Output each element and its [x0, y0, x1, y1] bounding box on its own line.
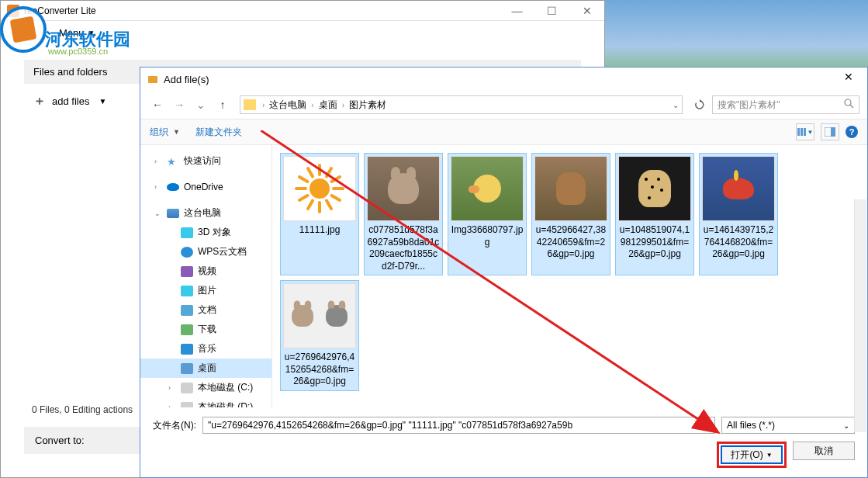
svg-line-17 [332, 177, 340, 182]
sidebar-item[interactable]: 下载 [140, 320, 271, 339]
thumbnail [534, 156, 607, 221]
thumbnail [451, 156, 524, 221]
sidebar-item[interactable]: 文档 [140, 300, 271, 320]
ic-music-icon [181, 344, 193, 355]
recent-dropdown[interactable]: ⌄ [192, 95, 210, 114]
ic-cloud-icon [167, 183, 179, 191]
svg-line-2 [850, 105, 853, 108]
dialog-close-button[interactable]: ✕ [833, 71, 864, 88]
svg-line-8 [327, 201, 331, 209]
sidebar-item[interactable]: 音乐 [140, 339, 271, 358]
svg-line-7 [332, 196, 340, 200]
sidebar-item[interactable]: ⌄这台电脑 [140, 203, 271, 223]
file-name: c077851d578f3a6927a59b8da01c209caecfb185… [367, 224, 440, 272]
file-name: Img336680797.jpg [451, 224, 524, 248]
add-files-label: add files [52, 95, 89, 107]
file-item[interactable]: u=452966427,3842240659&fm=26&gp=0.jpg [531, 153, 610, 275]
file-item[interactable]: Img336680797.jpg [448, 153, 527, 275]
sidebar-item[interactable]: WPS云文档 [140, 242, 271, 262]
search-input[interactable]: 搜索"图片素材" [712, 95, 859, 114]
file-item[interactable]: u=2769642976,4152654268&fm=26&gp=0.jpg [280, 280, 359, 391]
file-name: u=1048519074,1981299501&fm=26&gp=0.jpg [618, 224, 691, 261]
nav-bar: ← → ⌄ ↑ › 这台电脑› 桌面› 图片素材 ⌄ 搜索"图片素材" [140, 91, 867, 119]
breadcrumb[interactable]: › 这台电脑› 桌面› 图片素材 ⌄ [240, 95, 683, 114]
svg-rect-4 [831, 127, 835, 137]
organize-menu[interactable]: 组织 [150, 126, 168, 139]
dialog-titlebar: Add file(s) ✕ [140, 68, 867, 91]
svg-line-11 [299, 196, 307, 200]
svg-line-16 [327, 168, 331, 176]
ic-pc-icon [167, 209, 179, 218]
ic-desk-icon [181, 363, 193, 374]
thumbnail [283, 283, 356, 348]
titlebar: reaConverter Lite — ☐ ✕ [1, 1, 604, 21]
file-name: u=1461439715,2764146820&fm=26&gp=0.jpg [702, 224, 775, 261]
svg-point-5 [310, 178, 330, 199]
maximize-button[interactable]: ☐ [534, 1, 569, 21]
svg-line-14 [308, 168, 313, 176]
sidebar-item[interactable]: 桌面 [140, 358, 271, 378]
thumbnail [618, 156, 691, 221]
ic-star-icon [167, 156, 179, 167]
ic-3d-icon [181, 227, 193, 238]
file-item[interactable]: u=1461439715,2764146820&fm=26&gp=0.jpg [699, 153, 778, 275]
sidebar-item[interactable]: ›OneDrive [140, 178, 271, 196]
filename-input[interactable] [202, 417, 715, 434]
forward-button[interactable]: → [170, 95, 188, 114]
file-name: u=2769642976,4152654268&fm=26&gp=0.jpg [283, 352, 356, 388]
svg-rect-0 [148, 76, 157, 83]
plus-icon: ＋ [33, 93, 46, 109]
file-item[interactable]: c077851d578f3a6927a59b8da01c209caecfb185… [364, 153, 443, 275]
sidebar-item[interactable]: 图片 [140, 281, 271, 300]
ic-down-icon [181, 324, 193, 335]
scrollbar[interactable] [854, 199, 866, 407]
sidebar-item[interactable]: ›快速访问 [140, 151, 271, 171]
back-button[interactable]: ← [148, 95, 167, 114]
preview-pane-button[interactable] [821, 123, 839, 140]
file-name: u=452966427,3842240659&fm=26&gp=0.jpg [534, 224, 607, 261]
sidebar-item[interactable]: ›本地磁盘 (D:) [140, 397, 271, 407]
search-placeholder: 搜索"图片素材" [718, 99, 780, 112]
thumbnail [367, 156, 440, 221]
sidebar: ›快速访问›OneDrive⌄这台电脑3D 对象WPS云文档视频图片文档下载音乐… [140, 145, 272, 407]
ic-disk-icon [181, 402, 193, 408]
ic-video-icon [181, 266, 193, 277]
up-button[interactable]: ↑ [213, 95, 232, 114]
refresh-button[interactable] [690, 95, 709, 114]
close-button[interactable]: ✕ [569, 1, 604, 21]
dialog-icon [147, 73, 159, 85]
cancel-button[interactable]: 取消 [793, 442, 855, 460]
help-button[interactable]: ? [846, 126, 858, 138]
chevron-down-icon: ▼ [99, 97, 106, 106]
thumbnail [702, 156, 775, 221]
filename-label: 文件名(N): [153, 419, 196, 432]
ic-doc-icon [181, 305, 193, 316]
folder-icon [244, 99, 256, 110]
sidebar-item[interactable]: ›本地磁盘 (C:) [140, 378, 271, 397]
dialog-title: Add file(s) [164, 74, 209, 85]
ic-disk-icon [181, 383, 193, 393]
svg-line-10 [308, 201, 313, 209]
sidebar-item[interactable]: 3D 对象 [140, 223, 271, 242]
ic-pic-icon [181, 286, 193, 296]
minimize-button[interactable]: — [500, 1, 534, 21]
annotation-highlight: 打开(O) ▼ [717, 442, 787, 468]
thumbnail [283, 156, 356, 221]
status-text: 0 Files, 0 Editing actions [32, 404, 133, 415]
watermark-logo: 河东软件园 www.pc0359.cn [0, 6, 47, 53]
file-type-select[interactable]: All files (*.*) ⌄ [721, 417, 855, 434]
open-button[interactable]: 打开(O) ▼ [721, 445, 783, 464]
new-folder-button[interactable]: 新建文件夹 [195, 126, 242, 139]
file-list: 11111.jpgc077851d578f3a6927a59b8da01c209… [272, 145, 867, 407]
file-open-dialog: Add file(s) ✕ ← → ⌄ ↑ › 这台电脑› 桌面› 图片素材 ⌄… [140, 67, 868, 478]
file-item[interactable]: u=1048519074,1981299501&fm=26&gp=0.jpg [615, 153, 694, 275]
svg-point-1 [845, 99, 851, 106]
view-mode-button[interactable]: ▼ [796, 123, 814, 140]
ic-wps-icon [181, 247, 193, 258]
svg-line-13 [299, 177, 307, 182]
file-item[interactable]: 11111.jpg [280, 153, 359, 275]
search-icon [844, 99, 854, 111]
file-name: 11111.jpg [283, 224, 356, 237]
sidebar-item[interactable]: 视频 [140, 262, 271, 281]
dialog-toolbar: 组织 ▼ 新建文件夹 ▼ ? [140, 119, 867, 145]
